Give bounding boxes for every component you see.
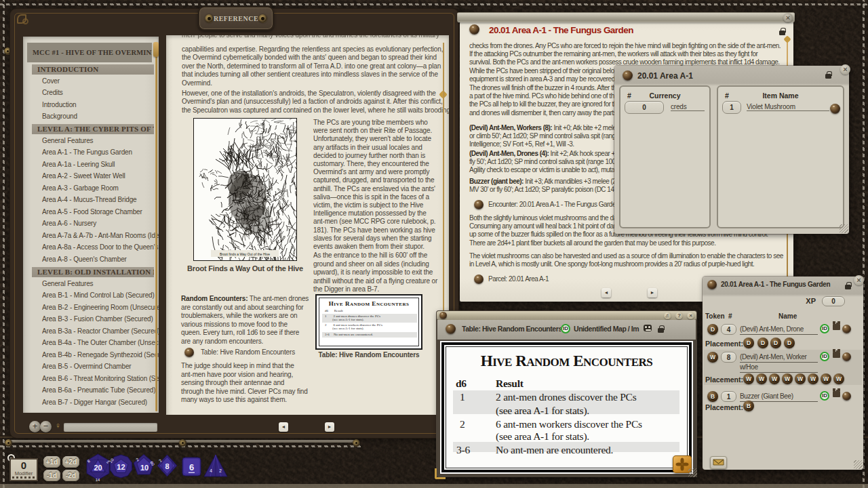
svg-text:2: 2 bbox=[219, 468, 222, 473]
svg-text:10: 10 bbox=[140, 464, 149, 472]
svg-text:12: 12 bbox=[117, 463, 125, 471]
svg-text:Broot finds a Way Out of the H: Broot finds a Way Out of the Hive bbox=[220, 252, 270, 256]
svg-text:8: 8 bbox=[165, 462, 169, 470]
svg-text:20: 20 bbox=[94, 464, 102, 472]
svg-text:14: 14 bbox=[96, 478, 100, 482]
svg-text:4: 4 bbox=[210, 468, 212, 473]
svg-text:6: 6 bbox=[189, 462, 194, 472]
